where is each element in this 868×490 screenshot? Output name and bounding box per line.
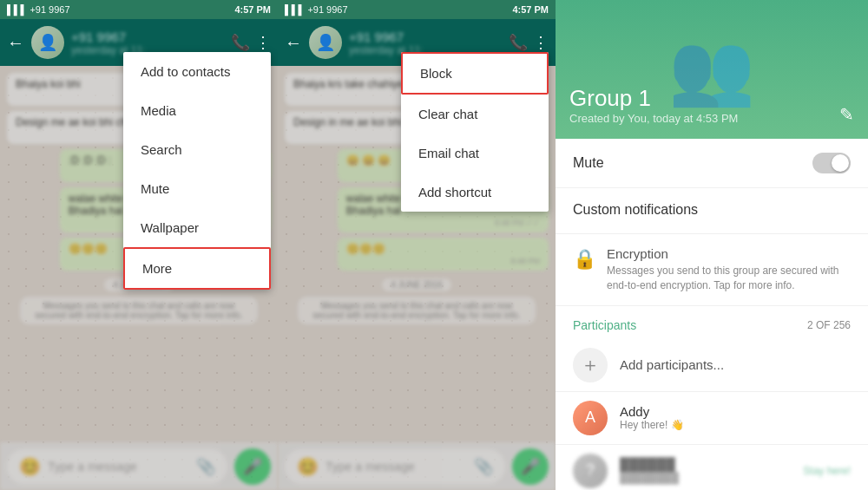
menu-more[interactable]: More xyxy=(123,247,271,290)
participant-name: Addy xyxy=(620,404,851,419)
menu-add-contacts[interactable]: Add to contacts xyxy=(123,52,271,91)
status-name-1: +91 9967 xyxy=(30,4,69,15)
menu-block[interactable]: Block xyxy=(401,52,549,95)
custom-notifications-row[interactable]: Custom notifications xyxy=(556,188,868,234)
signal-icon: ▌▌▌ xyxy=(7,4,27,15)
add-participant-row[interactable]: ＋ Add participants... xyxy=(556,339,868,392)
panel-2: ▌▌▌ +91 9967 4:57 PM ← 👤 +91 9967 yester… xyxy=(278,0,556,490)
participant-row-blurred: ? ██████ ████████ Stay here! xyxy=(556,445,868,490)
participant-info-blurred: ██████ ████████ xyxy=(620,457,791,484)
status-time-2: 4:57 PM xyxy=(512,4,549,15)
menu-search[interactable]: Search xyxy=(123,130,271,169)
signal-icon-2: ▌▌▌ xyxy=(285,4,305,15)
group-body: Mute Custom notifications 🔒 Encryption M… xyxy=(556,139,868,490)
add-participant-label: Add participants... xyxy=(620,357,724,372)
menu-mute[interactable]: Mute xyxy=(123,169,271,208)
encryption-text: Encryption Messages you send to this gro… xyxy=(607,246,851,293)
more-icon-2[interactable]: ⋮ xyxy=(533,33,549,52)
contact-avatar-2: 👤 xyxy=(309,26,342,59)
participant-name-blurred: ██████ xyxy=(620,457,791,472)
participant-row[interactable]: A Addy Hey there! 👋 xyxy=(556,392,868,445)
phone-icon-2[interactable]: 📞 xyxy=(509,33,528,52)
participant-status-blurred: ████████ xyxy=(620,472,791,484)
participants-header: Participants 2 OF 256 xyxy=(556,306,868,339)
phone-icon-1[interactable]: 📞 xyxy=(231,33,250,52)
panel-1: ▌▌▌ +91 9967 4:57 PM ← 👤 +91 9967 yester… xyxy=(0,0,278,490)
participant-avatar: A xyxy=(573,401,608,435)
status-bar-1: ▌▌▌ +91 9967 4:57 PM xyxy=(0,0,278,19)
mute-toggle[interactable] xyxy=(812,153,851,173)
back-arrow-2[interactable]: ← xyxy=(285,33,302,53)
encryption-title: Encryption xyxy=(607,246,851,261)
participants-count: 2 OF 256 xyxy=(807,319,851,331)
contact-avatar-1: 👤 xyxy=(31,26,64,59)
encryption-row[interactable]: 🔒 Encryption Messages you send to this g… xyxy=(556,234,868,306)
mute-label: Mute xyxy=(573,155,604,171)
dropdown-menu-1: Add to contacts Media Search Mute Wallpa… xyxy=(123,52,271,290)
menu-add-shortcut[interactable]: Add shortcut xyxy=(401,173,549,212)
status-name-2: +91 9967 xyxy=(307,4,347,15)
header-icons-2: 📞 ⋮ xyxy=(509,33,549,52)
more-icon-1[interactable]: ⋮ xyxy=(255,33,271,52)
status-bar-2: ▌▌▌ +91 9967 4:57 PM xyxy=(278,0,556,19)
back-arrow-1[interactable]: ← xyxy=(7,33,24,53)
group-title-area: Group 1 Created by You, today at 4:53 PM xyxy=(569,85,854,125)
dropdown-menu-2: Block Clear chat Email chat Add shortcut xyxy=(401,52,549,212)
edit-group-button[interactable]: ✎ xyxy=(839,104,854,125)
participant-avatar-blurred: ? xyxy=(573,454,608,488)
participant-action: Stay here! xyxy=(803,465,851,477)
status-left-2: ▌▌▌ +91 9967 xyxy=(285,4,348,15)
status-left-1: ▌▌▌ +91 9967 xyxy=(7,4,70,15)
menu-media[interactable]: Media xyxy=(123,91,271,130)
group-header: 👥 Group 1 Created by You, today at 4:53 … xyxy=(556,0,868,139)
participant-status: Hey there! 👋 xyxy=(620,419,851,431)
menu-wallpaper[interactable]: Wallpaper xyxy=(123,208,271,247)
lock-icon: 🔒 xyxy=(573,248,596,271)
menu-email-chat[interactable]: Email chat xyxy=(401,134,549,173)
status-time-1: 4:57 PM xyxy=(234,4,271,15)
participants-label: Participants xyxy=(573,318,636,332)
custom-notifications-label: Custom notifications xyxy=(573,202,851,218)
header-icons-1: 📞 ⋮ xyxy=(231,33,271,52)
participant-info: Addy Hey there! 👋 xyxy=(620,404,851,431)
add-participant-icon: ＋ xyxy=(573,348,608,382)
encryption-description: Messages you send to this group are secu… xyxy=(607,264,851,293)
contact-name-2: +91 9967 xyxy=(349,29,502,44)
contact-name-1: +91 9967 xyxy=(71,29,224,44)
mute-row: Mute xyxy=(556,139,868,188)
group-name: Group 1 xyxy=(569,85,854,112)
menu-clear-chat[interactable]: Clear chat xyxy=(401,95,549,134)
group-panel: 👥 Group 1 Created by You, today at 4:53 … xyxy=(556,0,868,490)
group-created: Created by You, today at 4:53 PM xyxy=(569,112,854,125)
